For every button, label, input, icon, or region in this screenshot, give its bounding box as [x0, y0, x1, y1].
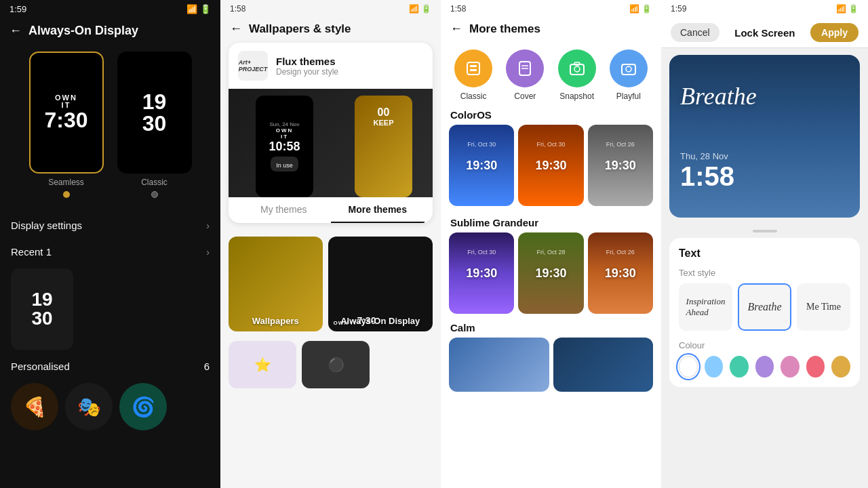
coloros-time-1: 19:30 [466, 159, 497, 173]
svg-point-10 [626, 66, 631, 72]
text-style-3[interactable]: Me Time [797, 283, 850, 331]
snapshot-theme-label: Snapshot [559, 92, 594, 101]
more-themes-tab[interactable]: More themes [331, 197, 425, 223]
sublime-purple[interactable]: Fri, Oct 30 19:30 [449, 232, 514, 314]
calm-section-title: Calm [441, 319, 661, 338]
flux-phone-keep: KEEP [374, 119, 394, 127]
colour-lavender[interactable] [755, 356, 774, 378]
flux-phone-right-content: 00 KEEP [355, 96, 412, 197]
playful-icon-svg [620, 60, 637, 77]
personalised-header: Personalised 6 [0, 355, 220, 378]
recent-label: Recent 1 [11, 246, 52, 258]
more-themes-panel: 1:58 📶 🔋 ← More themes Classic [441, 0, 661, 488]
flux-subtitle: Design your style [276, 67, 338, 77]
avatar-2[interactable]: 🎭 [65, 383, 113, 430]
themes-tabs: My themes More themes [237, 197, 425, 223]
sublime-grid: Fri, Oct 30 19:30 Fri, Oct 28 19:30 Fri,… [441, 232, 661, 319]
recent-clock-item[interactable]: 19 30 [11, 268, 73, 350]
panel3-back-icon[interactable]: ← [450, 22, 462, 36]
seamless-clock-card[interactable]: OWN IT 7:30 [29, 52, 104, 174]
flux-phones-preview: Sun, 24 Nov OWN IT 10:58 In use 00 KEEP [229, 89, 433, 197]
recent-time1: 19 [31, 290, 52, 309]
coloros-gray[interactable]: Fri, Oct 26 19:30 [588, 125, 653, 206]
wallpapers-style-panel: 1:58 📶 🔋 ← Wallpapers & style Art+PROJEC… [220, 0, 441, 488]
personalised-count: 6 [204, 361, 210, 372]
apply-button[interactable]: Apply [810, 23, 859, 42]
sublime-time-2: 19:30 [535, 266, 566, 281]
panel3-status-bar: 1:58 📶 🔋 [441, 0, 661, 18]
classic-icon-svg [465, 60, 482, 77]
lock-date: Thu, 28 Nov [680, 151, 728, 161]
playful-theme-item[interactable]: Playful [610, 49, 648, 101]
theme-icons-row: Classic Cover Snapshot [441, 43, 661, 104]
seamless-dot [63, 191, 70, 198]
text-style-2[interactable]: Breathe [738, 283, 791, 331]
coloros-section-title: ColorOS [441, 104, 661, 125]
breathe-text: Breathe [680, 82, 757, 110]
flux-phone-time: 10:58 [269, 140, 300, 154]
flux-card-text: Flux themes Design your style [276, 56, 338, 77]
flux-logo: Art+PROJECT [238, 51, 268, 81]
panel3-header: ← More themes [441, 18, 661, 43]
coloros-date-3: Fri, Oct 26 [606, 141, 635, 148]
calm-thumb-1[interactable] [449, 338, 549, 392]
snapshot-icon [558, 49, 596, 87]
svg-point-7 [574, 66, 580, 72]
flux-in-use-badge: In use [271, 157, 298, 171]
lock-time: 1:58 [680, 161, 734, 192]
avatar-1[interactable]: 🍕 [11, 383, 58, 430]
cover-theme-item[interactable]: Cover [506, 49, 544, 101]
drag-handle [753, 230, 777, 232]
seamless-time: 7:30 [44, 109, 87, 131]
panel2-header: ← Wallpapers & style [220, 18, 441, 43]
colour-teal[interactable] [730, 356, 749, 378]
sublime-orange-mountain[interactable]: Fri, Oct 26 19:30 [588, 232, 653, 314]
calm-grid [441, 338, 661, 392]
coloros-time-3: 19:30 [605, 159, 636, 173]
app-thumb-1[interactable]: ⭐ [229, 341, 296, 388]
cover-icon-svg [516, 60, 534, 77]
flux-phone-left: Sun, 24 Nov OWN IT 10:58 In use [256, 96, 313, 197]
wallpapers-thumb[interactable]: Wallpapers [229, 237, 323, 331]
classic-clock-card[interactable]: 19 30 [117, 52, 192, 174]
sublime-date-1: Fri, Oct 30 [467, 249, 496, 256]
colour-red[interactable] [806, 356, 825, 378]
always-on-display-panel: 1:59 📶 🔋 ← Always-On Display OWN IT 7:30… [0, 0, 220, 488]
text-style-1[interactable]: InspirationAhead [679, 283, 732, 331]
colour-white[interactable] [679, 356, 698, 378]
panel2-back-icon[interactable]: ← [230, 22, 242, 36]
colour-orange[interactable] [831, 356, 850, 378]
panel2-status-icons: 📶 🔋 [409, 4, 431, 14]
cover-icon [506, 49, 544, 87]
display-settings-item[interactable]: Display settings › [0, 210, 220, 241]
wallpapers-label: Wallpapers [229, 316, 323, 326]
panel1-header: ← Always-On Display [0, 18, 220, 45]
flux-themes-card[interactable]: Art+PROJECT Flux themes Design your styl… [229, 43, 433, 223]
calm-thumb-2[interactable] [553, 338, 654, 392]
svg-rect-1 [470, 65, 477, 67]
app-thumb-2[interactable]: ⚫ [302, 341, 370, 388]
sublime-mountain[interactable]: Fri, Oct 28 19:30 [518, 232, 583, 314]
wallpaper-grid: Wallpapers OWN IT 7:30 Always-On Display [220, 230, 441, 338]
seamless-label: Seamless [48, 178, 84, 187]
playful-icon [610, 49, 648, 87]
coloros-orange[interactable]: Fri, Oct 30 19:30 [518, 125, 583, 206]
panel4-actions: Cancel [671, 23, 719, 42]
text-style-2-preview: Breathe [747, 301, 781, 313]
display-settings-label: Display settings [11, 220, 82, 231]
cancel-button[interactable]: Cancel [671, 23, 719, 42]
recent-time2: 30 [31, 309, 52, 328]
classic-theme-item[interactable]: Classic [454, 49, 492, 101]
my-themes-tab[interactable]: My themes [237, 197, 331, 223]
back-arrow-icon[interactable]: ← [9, 24, 22, 38]
snapshot-theme-item[interactable]: Snapshot [558, 49, 596, 101]
coloros-blue[interactable]: Fri, Oct 30 19:30 [449, 125, 514, 206]
playful-theme-label: Playful [616, 92, 641, 101]
text-style-options: InspirationAhead Breathe Me Time [679, 283, 850, 331]
snapshot-icon-svg [568, 60, 586, 77]
avatar-3[interactable]: 🌀 [119, 383, 167, 430]
panel4-status-icons: 📶 🔋 [836, 4, 859, 14]
colour-pink[interactable] [781, 356, 800, 378]
always-on-thumb[interactable]: OWN IT 7:30 Always-On Display [328, 237, 433, 331]
colour-lightblue[interactable] [705, 356, 724, 378]
